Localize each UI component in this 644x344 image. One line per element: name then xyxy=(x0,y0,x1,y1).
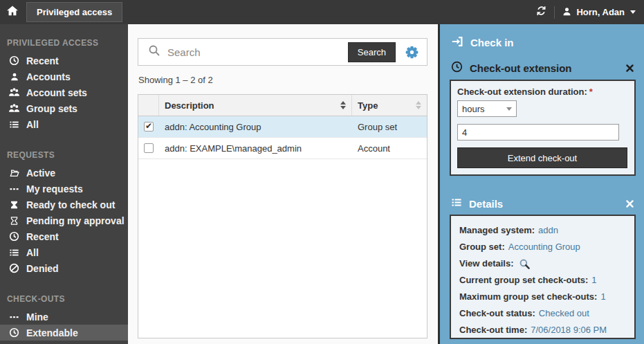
duration-label: Check-out extension duration:* xyxy=(457,87,627,97)
details-header: Details xyxy=(450,196,636,211)
detail-row: Current group set check-outs: 1 xyxy=(459,272,626,289)
sidebar-item-label: Group sets xyxy=(26,103,77,114)
hourglass-filled-icon xyxy=(8,199,20,210)
chevron-down-icon xyxy=(506,107,512,111)
top-bar: Privileged access Horn, Adan xyxy=(0,0,644,24)
app-window: Privileged access Horn, Adan xyxy=(0,0,644,344)
detail-row: Group set: Accounting Group xyxy=(459,239,626,255)
detail-row: Check-out status: Checked out xyxy=(459,305,626,322)
column-header-description[interactable]: Description xyxy=(159,95,352,116)
results-table: Description Type addn: Accounting Group … xyxy=(138,94,427,338)
sidebar-section-check-outs: CHECK-OUTS Mine Extendable xyxy=(0,294,128,341)
checkout-extension-header: Check-out extension xyxy=(450,60,636,76)
clock-icon xyxy=(451,61,463,75)
sidebar-item-label: Active xyxy=(26,168,55,179)
row-checkbox[interactable] xyxy=(144,143,154,153)
duration-amount-input[interactable] xyxy=(457,124,619,141)
detail-row: Check-out time: 7/06/2018 9:06 PM xyxy=(459,322,626,338)
close-icon[interactable] xyxy=(625,199,634,208)
sidebar-item-label: Recent xyxy=(26,55,59,66)
sidebar-item-denied[interactable]: Denied xyxy=(0,260,128,276)
detail-row: Expiration time: 8/06/2018 1:04 AM xyxy=(459,338,626,339)
sidebar-item-label: Pending my approval xyxy=(26,215,125,226)
managed-system-link[interactable]: addn xyxy=(538,222,558,239)
action-panel: Check in Check-out extension Check-out e… xyxy=(438,24,644,344)
section-header: REQUESTS xyxy=(0,150,128,165)
gear-icon[interactable] xyxy=(405,46,418,59)
sidebar-item-label: Recent xyxy=(26,231,59,242)
sidebar-item-label: Denied xyxy=(26,263,59,274)
home-icon xyxy=(6,4,19,21)
row-description: addn: Accounting Group xyxy=(159,122,352,132)
search-icon xyxy=(148,44,160,60)
table-header: Description Type xyxy=(138,95,427,116)
denied-icon xyxy=(8,263,20,274)
section-header: CHECK-OUTS xyxy=(0,294,128,309)
sidebar-item-extendable[interactable]: Extendable xyxy=(0,325,128,341)
refresh-icon xyxy=(535,5,547,19)
topbar-divider xyxy=(554,6,555,19)
sidebar-item-label: Account sets xyxy=(26,87,87,98)
sidebar-section-requests: REQUESTS Active My requests Ready to che… xyxy=(0,150,128,276)
list-icon xyxy=(8,247,20,258)
sidebar-item-all-requests[interactable]: All xyxy=(0,244,128,260)
sidebar-item-group-sets[interactable]: Group sets xyxy=(0,100,128,116)
sidebar-item-label: Extendable xyxy=(26,327,78,338)
search-input[interactable] xyxy=(167,46,348,58)
group-set-link[interactable]: Accounting Group xyxy=(508,239,580,255)
sidebar-item-label: Mine xyxy=(26,311,48,323)
people-icon xyxy=(8,103,20,114)
sort-icon-active[interactable] xyxy=(340,101,346,109)
list-icon xyxy=(8,119,20,130)
user-menu[interactable]: Horn, Adan xyxy=(562,6,636,19)
row-description: addn: EXAMPLE\managed_admin xyxy=(159,143,352,154)
required-marker: * xyxy=(589,87,593,97)
sidebar: PRIVILEGED ACCESS Recent Accounts Accoun… xyxy=(0,24,128,344)
checkout-extension-form: Check-out extension duration:* hours Ext… xyxy=(450,80,636,176)
row-type: Group set xyxy=(352,122,427,132)
sidebar-item-recent[interactable]: Recent xyxy=(0,53,128,69)
search-bar: Search xyxy=(138,38,427,66)
sidebar-item-label: All xyxy=(26,119,39,130)
folder-open-icon xyxy=(8,168,20,179)
detail-row: Managed system: addn xyxy=(459,222,626,239)
close-icon[interactable] xyxy=(625,64,634,73)
list-icon xyxy=(451,197,462,210)
home-button[interactable] xyxy=(0,4,25,21)
sidebar-item-mine[interactable]: Mine xyxy=(0,309,128,325)
sidebar-item-my-requests[interactable]: My requests xyxy=(0,181,128,197)
check-in-button[interactable]: Check in xyxy=(450,33,636,52)
people-icon xyxy=(8,87,20,98)
main-content: Search Showing 1 – 2 of 2 xyxy=(128,24,438,344)
sort-icon-inactive[interactable] xyxy=(416,101,421,109)
person-icon xyxy=(8,71,20,82)
check-in-icon xyxy=(451,35,463,50)
sidebar-item-label: Ready to check out xyxy=(26,199,115,210)
sidebar-item-ready-to-check-out[interactable]: Ready to check out xyxy=(0,197,128,212)
search-button[interactable]: Search xyxy=(348,42,396,62)
clock-icon xyxy=(8,231,20,242)
clock-icon xyxy=(8,55,20,66)
select-all-column xyxy=(138,95,159,116)
extend-checkout-button[interactable]: Extend check-out xyxy=(457,147,627,168)
sidebar-item-account-sets[interactable]: Account sets xyxy=(0,84,128,100)
column-header-type[interactable]: Type xyxy=(352,95,427,116)
sidebar-item-all[interactable]: All xyxy=(0,116,128,132)
clock-icon xyxy=(8,327,20,338)
sidebar-item-active[interactable]: Active xyxy=(0,165,128,181)
detail-row: View details: xyxy=(459,255,626,272)
duration-unit-select[interactable]: hours xyxy=(457,100,517,117)
row-checkbox[interactable] xyxy=(144,122,154,132)
magnifier-icon[interactable] xyxy=(519,258,531,270)
privileged-access-button[interactable]: Privileged access xyxy=(26,2,122,22)
ellipsis-icon xyxy=(8,311,20,323)
caret-down-icon xyxy=(630,10,636,14)
sidebar-item-pending-my-approval[interactable]: Pending my approval xyxy=(0,212,128,228)
sidebar-item-label: My requests xyxy=(26,183,83,194)
table-row[interactable]: addn: Accounting Group Group set xyxy=(138,116,427,138)
sidebar-item-recent-requests[interactable]: Recent xyxy=(0,228,128,244)
table-row[interactable]: addn: EXAMPLE\managed_admin Account xyxy=(138,138,427,159)
hourglass-outline-icon xyxy=(8,215,20,226)
refresh-button[interactable] xyxy=(535,5,547,19)
sidebar-item-accounts[interactable]: Accounts xyxy=(0,69,128,84)
